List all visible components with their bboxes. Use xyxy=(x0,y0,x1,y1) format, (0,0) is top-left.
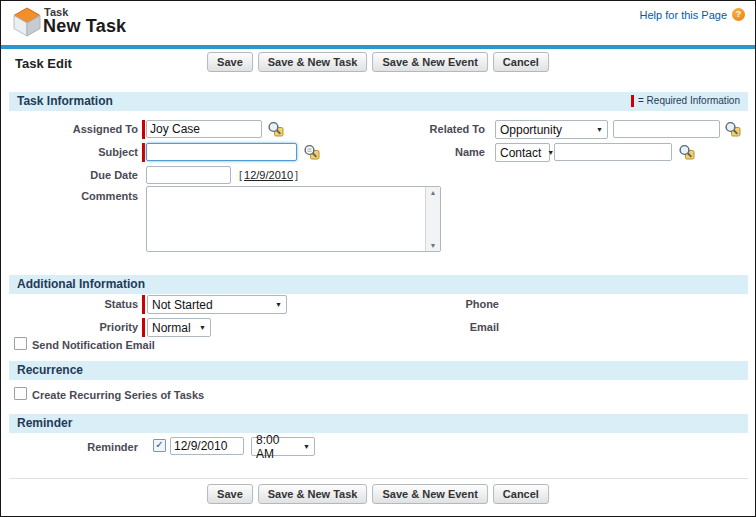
bracket-open: [ xyxy=(239,169,242,181)
reminder-time-select[interactable]: 8:00 AM ▼ xyxy=(251,437,315,456)
assigned-to-input[interactable] xyxy=(146,120,262,138)
subject-label: Subject xyxy=(8,146,138,158)
phone-label: Phone xyxy=(399,298,499,310)
due-date-shortcut: [12/9/2010] xyxy=(239,169,298,181)
required-marker-icon xyxy=(631,95,634,107)
required-marker-icon xyxy=(142,143,145,162)
status-label: Status xyxy=(8,298,138,310)
page-title: New Task xyxy=(43,16,126,37)
required-legend: = Required Information xyxy=(631,95,740,107)
section-header-task-information: Task Information = Required Information xyxy=(9,92,748,111)
due-date-label: Due Date xyxy=(8,169,138,181)
save-and-new-task-button[interactable]: Save & New Task xyxy=(258,52,368,72)
toolbar-title: Task Edit xyxy=(15,56,72,71)
related-to-type-select[interactable]: Opportunity ▼ xyxy=(495,120,608,139)
save-and-new-event-button[interactable]: Save & New Event xyxy=(372,52,487,72)
checkmark-icon: ✓ xyxy=(155,439,163,450)
chevron-down-icon: ▼ xyxy=(193,324,206,331)
required-marker-icon xyxy=(142,120,145,139)
required-legend-text: = Required Information xyxy=(638,95,740,107)
comments-textarea[interactable] xyxy=(146,186,441,252)
name-type-value: Contact xyxy=(500,146,541,160)
due-date-input[interactable] xyxy=(146,166,231,184)
status-select[interactable]: Not Started ▼ xyxy=(147,295,287,314)
send-notification-email-label: Send Notification Email xyxy=(32,339,155,351)
new-task-window: Task New Task Help for this Page ? Task … xyxy=(0,0,756,517)
bottom-button-bar: Save Save & New Task Save & New Event Ca… xyxy=(207,484,549,504)
related-to-label: Related To xyxy=(385,123,485,135)
required-marker-icon xyxy=(142,318,145,337)
reminder-label: Reminder xyxy=(8,441,138,453)
due-date-today-link[interactable]: 12/9/2010 xyxy=(244,169,293,181)
section-title: Reminder xyxy=(17,416,72,430)
name-label: Name xyxy=(385,146,485,158)
help-link[interactable]: Help for this Page ? xyxy=(640,8,745,21)
required-marker-icon xyxy=(142,295,145,314)
help-icon[interactable]: ? xyxy=(732,8,745,21)
divider xyxy=(9,478,748,479)
scroll-up-icon[interactable]: ▲ xyxy=(430,189,437,196)
reminder-time-value: 8:00 AM xyxy=(256,433,297,461)
task-icon xyxy=(12,7,42,37)
cancel-button[interactable]: Cancel xyxy=(493,484,549,504)
save-button[interactable]: Save xyxy=(207,484,253,504)
section-header-reminder: Reminder xyxy=(9,414,748,433)
create-recurring-series-label: Create Recurring Series of Tasks xyxy=(32,389,204,401)
save-and-new-event-button[interactable]: Save & New Event xyxy=(372,484,487,504)
status-value: Not Started xyxy=(152,298,213,312)
name-input[interactable] xyxy=(554,143,672,161)
email-label: Email xyxy=(399,321,499,333)
priority-value: Normal xyxy=(152,321,191,335)
comments-scrollbar[interactable]: ▲ ▼ xyxy=(425,187,440,251)
section-title: Task Information xyxy=(17,94,113,108)
top-button-bar: Save Save & New Task Save & New Event Ca… xyxy=(207,52,549,72)
priority-select[interactable]: Normal ▼ xyxy=(147,318,211,337)
subject-input[interactable] xyxy=(146,143,297,161)
subject-combobox-icon[interactable] xyxy=(303,144,320,160)
section-title: Recurrence xyxy=(17,363,83,377)
name-type-select[interactable]: Contact ▼ xyxy=(495,143,550,162)
related-to-input[interactable] xyxy=(613,120,720,138)
priority-label: Priority xyxy=(8,321,138,333)
save-and-new-task-button[interactable]: Save & New Task xyxy=(258,484,368,504)
related-to-lookup-icon[interactable] xyxy=(724,121,741,137)
related-to-type-value: Opportunity xyxy=(500,123,562,137)
scroll-down-icon[interactable]: ▼ xyxy=(430,242,437,249)
assigned-to-lookup-icon[interactable] xyxy=(267,121,284,137)
comments-label: Comments xyxy=(8,190,138,202)
save-button[interactable]: Save xyxy=(207,52,253,72)
reminder-date-input[interactable] xyxy=(170,437,244,455)
assigned-to-label: Assigned To xyxy=(8,123,138,135)
cancel-button[interactable]: Cancel xyxy=(493,52,549,72)
chevron-down-icon: ▼ xyxy=(541,149,554,156)
section-header-additional-information: Additional Information xyxy=(9,275,748,294)
create-recurring-series-checkbox[interactable] xyxy=(14,387,27,400)
help-link-label: Help for this Page xyxy=(640,9,727,21)
section-header-recurrence: Recurrence xyxy=(9,361,748,380)
accent-bar xyxy=(1,45,755,49)
send-notification-email-checkbox[interactable] xyxy=(14,337,27,350)
chevron-down-icon: ▼ xyxy=(297,443,310,450)
chevron-down-icon: ▼ xyxy=(590,126,603,133)
reminder-checkbox[interactable]: ✓ xyxy=(153,439,166,452)
name-lookup-icon[interactable] xyxy=(678,144,695,160)
bracket-close: ] xyxy=(295,169,298,181)
chevron-down-icon: ▼ xyxy=(269,301,282,308)
section-title: Additional Information xyxy=(17,277,145,291)
